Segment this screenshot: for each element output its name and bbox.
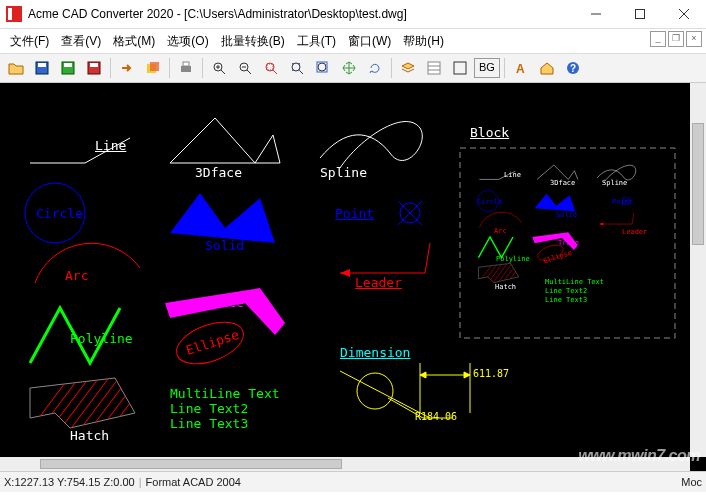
home-icon[interactable] bbox=[535, 56, 559, 80]
label-polyline: Polyline bbox=[70, 331, 133, 346]
mdi-buttons: _ ❐ × bbox=[650, 31, 702, 47]
status-mode: Moc bbox=[681, 476, 702, 488]
svg-point-51 bbox=[357, 373, 393, 409]
background-button[interactable]: BG bbox=[474, 58, 500, 78]
status-format: Format ACAD 2004 bbox=[146, 476, 241, 488]
menu-tool[interactable]: 工具(T) bbox=[291, 31, 342, 52]
block-label-leader: Leader bbox=[622, 228, 647, 236]
svg-rect-13 bbox=[150, 62, 159, 71]
label-mtext2: Line Text2 bbox=[170, 401, 248, 416]
svg-point-28 bbox=[318, 63, 326, 71]
toolbar: BG A ? bbox=[0, 54, 706, 83]
label-trace: Trace bbox=[205, 295, 244, 310]
label-leader: Leader bbox=[355, 275, 402, 290]
block-label-polyline: Polyline bbox=[496, 255, 530, 263]
zoom-all-icon[interactable] bbox=[311, 56, 335, 80]
saveas-icon[interactable] bbox=[56, 56, 80, 80]
save-icon[interactable] bbox=[30, 56, 54, 80]
font-icon[interactable]: A bbox=[509, 56, 533, 80]
zoom-in-icon[interactable] bbox=[207, 56, 231, 80]
app-icon bbox=[6, 6, 22, 22]
label-dimension: Dimension bbox=[340, 345, 410, 360]
title-bar: Acme CAD Converter 2020 - [C:\Users\Admi… bbox=[0, 0, 706, 29]
svg-rect-9 bbox=[64, 63, 72, 67]
svg-line-21 bbox=[247, 70, 251, 74]
open-icon[interactable] bbox=[4, 56, 28, 80]
help-icon[interactable]: ? bbox=[561, 56, 585, 80]
block-label-mtext2: Line Text2 bbox=[545, 287, 587, 295]
zoom-extents-icon[interactable] bbox=[285, 56, 309, 80]
block-label-mtext3: Line Text3 bbox=[545, 296, 587, 304]
batch-icon[interactable] bbox=[141, 56, 165, 80]
block-label-mtext1: MultiLine Text bbox=[545, 278, 604, 286]
svg-rect-30 bbox=[428, 62, 440, 74]
window-title: Acme CAD Converter 2020 - [C:\Users\Admi… bbox=[28, 7, 574, 21]
vertical-scrollbar[interactable] bbox=[690, 83, 706, 457]
regen-icon[interactable] bbox=[363, 56, 387, 80]
menu-view[interactable]: 查看(V) bbox=[55, 31, 107, 52]
maximize-button[interactable] bbox=[618, 0, 662, 28]
block-label-line: Line bbox=[504, 171, 521, 179]
menu-bar: 文件(F) 查看(V) 格式(M) 选项(O) 批量转换(B) 工具(T) 窗口… bbox=[0, 29, 706, 54]
mdi-minimize-button[interactable]: _ bbox=[650, 31, 666, 47]
status-coords: X:1227.13 Y:754.15 Z:0.00 bbox=[4, 476, 135, 488]
menu-format[interactable]: 格式(M) bbox=[107, 31, 161, 52]
pan-icon[interactable] bbox=[337, 56, 361, 80]
svg-rect-7 bbox=[38, 63, 46, 67]
label-block: Block bbox=[470, 125, 509, 140]
menu-help[interactable]: 帮助(H) bbox=[397, 31, 450, 52]
block-label-solid: Solid bbox=[556, 211, 577, 219]
label-hatch: Hatch bbox=[70, 428, 109, 443]
zoom-out-icon[interactable] bbox=[233, 56, 257, 80]
minimize-button[interactable] bbox=[574, 0, 618, 28]
watermark: www.mwin7.com bbox=[578, 447, 700, 465]
svg-line-62 bbox=[474, 259, 497, 290]
label-dim-a: 611.87 bbox=[473, 368, 509, 379]
zoom-window-icon[interactable] bbox=[259, 56, 283, 80]
label-mtext1: MultiLine Text bbox=[170, 386, 280, 401]
block-label-point: Point bbox=[612, 198, 633, 206]
block-label-arc: Arc bbox=[494, 227, 507, 235]
fullscreen-icon[interactable] bbox=[448, 56, 472, 80]
mdi-close-button[interactable]: × bbox=[686, 31, 702, 47]
status-bar: X:1227.13 Y:754.15 Z:0.00 | Format ACAD … bbox=[0, 471, 706, 492]
label-mtext3: Line Text3 bbox=[170, 416, 248, 431]
svg-text:?: ? bbox=[570, 63, 576, 74]
svg-line-17 bbox=[221, 70, 225, 74]
svg-line-24 bbox=[273, 70, 277, 74]
svg-rect-15 bbox=[183, 62, 189, 66]
block-label-3dface: 3Dface bbox=[550, 179, 575, 187]
label-arc: Arc bbox=[65, 268, 88, 283]
block-label-circle: Circle bbox=[477, 198, 502, 206]
convert-icon[interactable] bbox=[115, 56, 139, 80]
label-point: Point bbox=[335, 206, 374, 221]
menu-window[interactable]: 窗口(W) bbox=[342, 31, 397, 52]
block-label-spline: Spline bbox=[602, 179, 627, 187]
menu-file[interactable]: 文件(F) bbox=[4, 31, 55, 52]
svg-rect-14 bbox=[181, 66, 191, 72]
label-dim-r: R184.06 bbox=[415, 411, 457, 422]
layers-icon[interactable] bbox=[396, 56, 420, 80]
label-line: Line bbox=[95, 138, 126, 153]
svg-rect-1 bbox=[8, 8, 12, 20]
label-solid: Solid bbox=[205, 238, 244, 253]
menu-option[interactable]: 选项(O) bbox=[161, 31, 214, 52]
mdi-restore-button[interactable]: ❐ bbox=[668, 31, 684, 47]
svg-rect-33 bbox=[454, 62, 466, 74]
drawing-canvas[interactable]: Line 3Dface Spline Circle Solid Point Ar… bbox=[0, 83, 706, 471]
svg-rect-25 bbox=[267, 64, 273, 70]
block-label-hatch: Hatch bbox=[495, 283, 516, 291]
menu-batch[interactable]: 批量转换(B) bbox=[215, 31, 291, 52]
svg-text:A: A bbox=[516, 62, 525, 76]
svg-rect-3 bbox=[636, 10, 645, 19]
label-3dface: 3Dface bbox=[195, 165, 242, 180]
svg-rect-11 bbox=[90, 63, 98, 67]
export-icon[interactable] bbox=[82, 56, 106, 80]
print-icon[interactable] bbox=[174, 56, 198, 80]
label-spline: Spline bbox=[320, 165, 367, 180]
label-circle: Circle bbox=[36, 206, 83, 221]
block-label-trace: Trace bbox=[558, 239, 579, 247]
properties-icon[interactable] bbox=[422, 56, 446, 80]
close-button[interactable] bbox=[662, 0, 706, 28]
